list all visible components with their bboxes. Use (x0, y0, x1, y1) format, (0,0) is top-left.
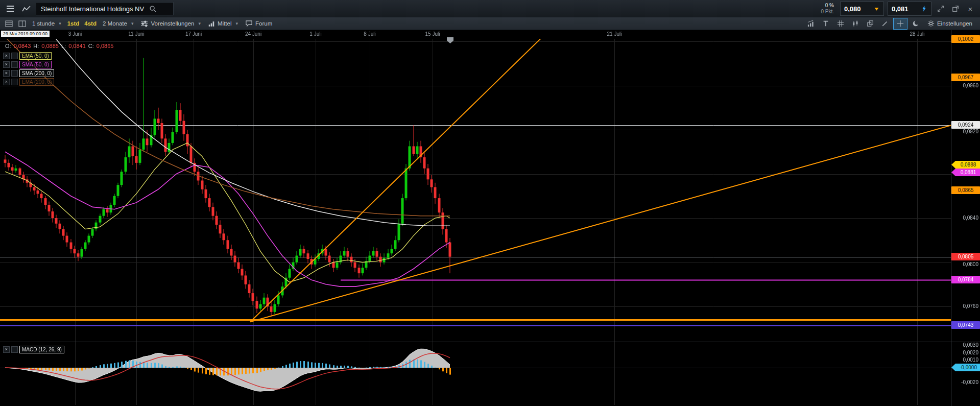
indicator-legend-sma200: SMA (200, 0) (3, 69, 54, 77)
ohlc-close-label: C: (88, 43, 94, 49)
price-axis-label: 0,0960 (951, 82, 980, 89)
settings-label: Einstellungen (937, 20, 972, 27)
gear-icon (927, 20, 935, 27)
presets-label: Voreinstellungen (151, 20, 194, 27)
date-tick-label: 24 Juni (235, 31, 271, 37)
forum-label: Forum (255, 20, 272, 27)
price-axis[interactable]: 0,10020,09670,09600,09240,09200,08880,08… (951, 0, 980, 406)
change-points: 0 Pkt. (821, 9, 834, 15)
ohlc-open-label: O: (5, 43, 11, 49)
chart-type-label: Mittel (218, 20, 231, 27)
trading-app: Steinhoff International Holdings NV 0 % … (0, 0, 980, 406)
chart-type-dropdown[interactable]: Mittel (204, 17, 242, 30)
timeframe-dropdown[interactable]: 1 stunde (29, 17, 65, 30)
theme-icon[interactable] (909, 18, 922, 29)
price-axis-label: -0,0000 (951, 364, 980, 371)
indicator-checkbox[interactable] (11, 346, 18, 353)
draw-icon[interactable] (878, 18, 892, 29)
presets-dropdown[interactable]: Voreinstellungen (137, 17, 204, 30)
date-tick-label: 11 Juni (118, 31, 154, 37)
date-tick-label: 21 Juli (596, 31, 632, 37)
text-tool-icon[interactable] (819, 18, 832, 29)
indicator-label[interactable]: SMA (200, 0) (19, 69, 54, 77)
ohlc-low-label: L: (61, 43, 66, 49)
indicator-checkbox[interactable] (11, 79, 18, 85)
panels-icon[interactable] (2, 18, 15, 29)
ohlc-high-label: H: (33, 43, 39, 49)
change-percent: 0 % (821, 3, 834, 9)
timeframe-value: 1 stunde (32, 20, 55, 27)
forum-button[interactable]: Forum (242, 17, 276, 30)
range-value: 2 Monate (103, 20, 127, 27)
date-tick-label: 17 Juni (176, 31, 211, 37)
price-axis-label: 0,0840 (951, 214, 980, 222)
remove-indicator-icon[interactable] (3, 346, 10, 353)
price-axis-label: 0,0881 (951, 169, 980, 176)
top-bar: Steinhoff International Holdings NV 0 % … (0, 0, 980, 18)
bars-icon (208, 20, 215, 27)
buy-flash-icon (921, 5, 927, 12)
menu-icon[interactable] (4, 3, 16, 15)
macd-label[interactable]: MACD (12, 26, 9) (19, 346, 64, 353)
candlestick-icon[interactable] (849, 18, 862, 29)
indicator-label[interactable]: EMA (200, 0) (19, 78, 54, 86)
price-axis-label: 0,0784 (951, 276, 980, 283)
symbol-title: Steinhoff International Holdings NV (41, 5, 144, 13)
sell-button[interactable]: 0,080 (840, 2, 884, 16)
indicators-icon[interactable] (804, 18, 818, 29)
price-axis-label: -0,0020 (951, 378, 980, 386)
price-axis-label: 0,0888 (951, 161, 980, 169)
ohlc-legend: O:0,0843 H:0,0885 L:0,0841 C:0,0865 (5, 43, 113, 49)
price-axis-label: 0,0743 (951, 321, 980, 329)
date-tick-label: 1 Juli (298, 31, 333, 37)
price-axis-label: 0,0760 (951, 302, 980, 310)
expand-icon[interactable] (935, 3, 946, 14)
layout-icon[interactable] (15, 18, 29, 29)
remove-indicator-icon[interactable] (3, 79, 10, 85)
sell-arrow-icon (873, 6, 880, 12)
ohlc-high-value: 0,0885 (41, 43, 59, 49)
quick-timeframe-1h[interactable]: 1std (65, 20, 82, 27)
indicator-checkbox[interactable] (11, 61, 18, 68)
buy-price: 0,081 (892, 5, 909, 13)
chart-toolbar: 1 stunde 1std 4std 2 Monate Voreinstellu… (0, 17, 980, 30)
crosshair-icon[interactable] (893, 18, 907, 30)
indicator-label[interactable]: SMA (50, 0) (19, 61, 52, 68)
close-icon[interactable]: × (965, 3, 976, 14)
remove-indicator-icon[interactable] (3, 61, 10, 68)
search-icon[interactable] (149, 5, 157, 13)
price-axis-label: 0,0967 (951, 74, 980, 81)
settings-button[interactable]: Einstellungen (924, 17, 976, 30)
indicator-legend-ema50: EMA (50, 0) (3, 52, 52, 60)
buy-button[interactable]: 0,081 (888, 2, 931, 16)
indicator-checkbox[interactable] (11, 70, 18, 77)
indicator-legend-ema200: EMA (200, 0) (3, 78, 54, 86)
macd-legend: MACD (12, 26, 9) (3, 346, 64, 353)
price-axis-label: 0,0805 (951, 253, 980, 260)
sell-price: 0,080 (844, 5, 861, 13)
indicator-label[interactable]: EMA (50, 0) (19, 52, 52, 60)
price-chart-canvas[interactable] (0, 0, 980, 406)
indicator-legend-sma50: SMA (50, 0) (3, 61, 52, 68)
remove-indicator-icon[interactable] (3, 70, 10, 77)
ohlc-close-value: 0,0865 (97, 43, 114, 49)
remove-indicator-icon[interactable] (3, 53, 10, 59)
quick-timeframe-4h[interactable]: 4std (82, 20, 99, 27)
range-dropdown[interactable]: 2 Monate (99, 17, 137, 30)
price-axis-label: 0,0800 (951, 260, 980, 268)
price-axis-label: 0,0865 (951, 186, 980, 194)
grid-icon[interactable] (834, 18, 847, 29)
price-axis-label: 0,0030 (951, 341, 980, 349)
date-tick-label: 3 Juni (57, 31, 93, 37)
ohlc-open-value: 0,0843 (14, 43, 31, 49)
change-stats: 0 % 0 Pkt. (821, 3, 834, 15)
symbol-title-box[interactable]: Steinhoff International Holdings NV (36, 2, 174, 15)
overlay-icon[interactable] (864, 18, 877, 29)
chart-line-icon[interactable] (20, 3, 32, 15)
date-tick-label: 28 Juli (899, 31, 935, 37)
price-axis-label: 0,0020 (951, 349, 980, 356)
popout-icon[interactable] (950, 3, 961, 14)
hover-timestamp: 29 Mai 2019 09:00:00 (1, 31, 50, 37)
indicator-checkbox[interactable] (11, 53, 18, 59)
price-axis-label: 0,0010 (951, 356, 980, 364)
